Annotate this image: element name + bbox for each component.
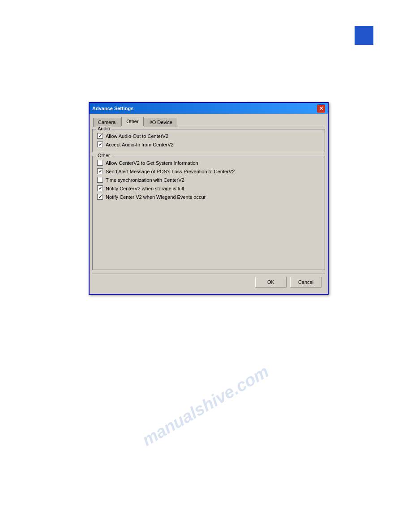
get-system-info-row: Allow CenterV2 to Get System Information: [97, 160, 320, 166]
time-sync-checkbox[interactable]: [97, 177, 103, 183]
audio-out-label: Allow Audio-Out to CenterV2: [106, 133, 168, 139]
watermark: manualshive.com: [139, 362, 272, 450]
audio-out-row: Allow Audio-Out to CenterV2: [97, 133, 320, 139]
blue-square-decoration: [355, 26, 373, 45]
notify-storage-row: Notify CenterV2 when storage is full: [97, 185, 320, 191]
time-sync-label: Time synchronization with CenterV2: [106, 177, 184, 183]
tab-bar: Camera Other I/O Device: [92, 116, 325, 126]
send-alert-row: Send Alert Message of POS's Loss Prevent…: [97, 168, 320, 174]
audio-group-box: Audio Allow Audio-Out to CenterV2 Accept…: [92, 129, 325, 152]
tab-other[interactable]: Other: [121, 117, 144, 126]
dialog-title: Advance Settings: [92, 106, 133, 111]
advance-settings-dialog: Advance Settings ✕ Camera Other I/O Devi…: [89, 102, 329, 295]
audio-out-checkbox[interactable]: [97, 133, 103, 139]
audio-in-label: Accept Audio-In from CenterV2: [106, 142, 174, 147]
send-alert-checkbox[interactable]: [97, 168, 103, 174]
other-group-box: Other Allow CenterV2 to Get System Infor…: [92, 156, 325, 270]
tab-camera[interactable]: Camera: [93, 118, 120, 127]
notify-wiegand-checkbox[interactable]: [97, 194, 103, 200]
notify-wiegand-row: Notify Center V2 when Wiegand Events occ…: [97, 194, 320, 200]
title-bar: Advance Settings ✕: [90, 103, 328, 114]
other-group-title: Other: [96, 153, 111, 158]
notify-wiegand-label: Notify Center V2 when Wiegand Events occ…: [106, 194, 206, 200]
notify-storage-label: Notify CenterV2 when storage is full: [106, 186, 184, 191]
notify-storage-checkbox[interactable]: [97, 185, 103, 191]
audio-in-checkbox[interactable]: [97, 142, 103, 147]
time-sync-row: Time synchronization with CenterV2: [97, 177, 320, 183]
cancel-button[interactable]: Cancel: [290, 277, 321, 287]
get-system-info-checkbox[interactable]: [97, 160, 103, 166]
close-button[interactable]: ✕: [317, 104, 325, 112]
ok-button[interactable]: OK: [255, 277, 287, 287]
get-system-info-label: Allow CenterV2 to Get System Information: [106, 160, 198, 166]
tab-io-device[interactable]: I/O Device: [145, 118, 177, 127]
audio-in-row: Accept Audio-In from CenterV2: [97, 142, 320, 147]
audio-group-title: Audio: [96, 126, 111, 131]
dialog-footer: OK Cancel: [92, 274, 325, 291]
dialog-content: Camera Other I/O Device Audio Allow Audi…: [90, 114, 328, 294]
send-alert-label: Send Alert Message of POS's Loss Prevent…: [106, 169, 235, 174]
